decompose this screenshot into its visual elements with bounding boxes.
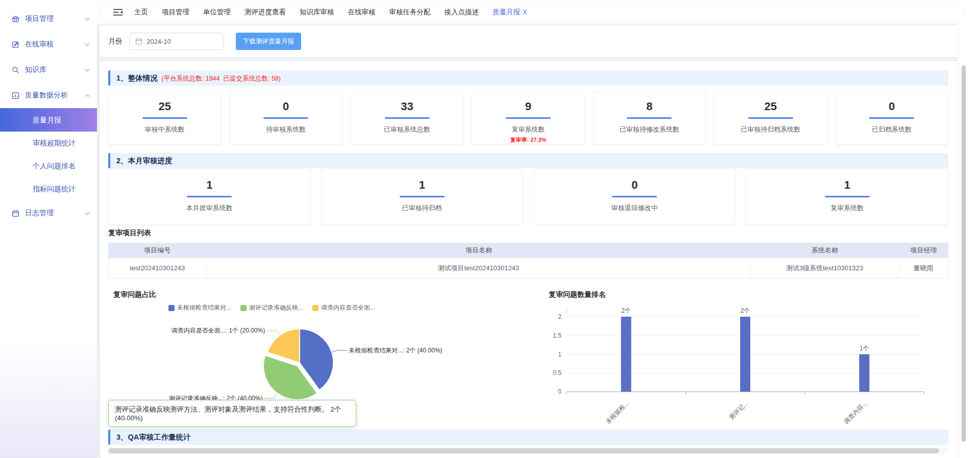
tab-project-mgmt[interactable]: 项目管理 [162,8,189,17]
cell-system-name: 测试3级系统test10301323 [751,258,899,278]
stat-label: 已审核待归档 [402,203,442,213]
close-tab-icon[interactable]: X [523,9,527,16]
section-note: (平台系统总数: 1944 已提交系统总数: 58) [162,75,281,82]
search-icon [11,66,20,74]
sidebar-item-knowledge-base[interactable]: 知识库 [0,57,97,83]
table-row[interactable]: test202410301243 测试项目test202410301243 测试… [108,258,948,278]
stat-value: 25 [765,100,777,113]
sidebar-item-project-mgmt[interactable]: 项目管理 [0,6,97,32]
chevron-down-icon [85,17,90,21]
section-title: 1、整体情况 [116,74,158,82]
svg-text:↑: ↑ [565,307,569,314]
stat-underline [748,117,793,119]
stat-underline [187,196,232,197]
sidebar-item-log-mgmt[interactable]: 日志管理 [0,200,97,226]
download-report-button[interactable]: 下载测评质量月报 [236,33,301,50]
re-review-rate: 复审率: 27.3% [510,136,547,144]
sidebar-subitem-personal-issue-rank[interactable]: 个人问题排名 [0,155,97,177]
pie-chart-title: 复审问题占比 [113,290,156,299]
tab-home[interactable]: 主页 [134,8,148,17]
sidebar-item-quality-analysis[interactable]: 质量数据分析 [0,83,97,108]
svg-text:1: 1 [558,351,561,358]
sidebar-item-label: 项目管理 [25,14,85,23]
sidebar-item-label: 知识库 [25,65,85,74]
stat-label: 复审系统数 [511,125,545,134]
legend-label: 未根据检查结果对... [177,303,231,312]
stat-card-in-review: 25 审核中系统数 [108,92,221,145]
chevron-down-icon [85,68,90,72]
cell-manager: 董晓雨 [899,258,948,278]
stat-underline [612,196,657,197]
stat-label: 已审核待修改系统数 [620,125,679,134]
stat-label: 本月提审系统数 [186,203,233,213]
svg-text:0.5: 0.5 [553,369,561,376]
horizontal-scrollbar-thumb[interactable] [108,448,939,453]
svg-text:2个: 2个 [621,307,631,314]
section-title: 3、QA审核工作量统计 [116,433,191,441]
col-header-manager: 项目经理 [899,246,948,255]
legend-item[interactable]: 调查内容是否全面... [312,303,375,312]
svg-text:测评记...: 测评记... [727,399,749,421]
sidebar-subitem-indicator-issue-stats[interactable]: 指标问题统计 [0,177,97,200]
stat-label: 已归档系统数 [872,125,912,134]
stat-underline [869,117,914,119]
stat-value: 9 [525,100,531,113]
legend-item[interactable]: 未根据检查结果对... [168,303,231,312]
bank-icon [11,15,20,23]
stat-label: 审核中系统数 [145,125,185,134]
stat-value: 1 [419,179,425,192]
review-table-title: 复审项目列表 [108,228,151,238]
tab-kb-review[interactable]: 知识库审核 [300,8,334,17]
review-project-table: 项目编号 项目名称 系统名称 项目经理 test202410301243 测试项… [108,243,948,278]
section-title: 2、本月审核进度 [116,157,173,165]
section-qa-workload-header: 3、QA审核工作量统计 [108,429,948,445]
horizontal-scrollbar-track[interactable] [108,448,948,454]
calendar-icon [135,38,142,45]
month-stat-cards: 1 本月提审系统数 1 已审核待归档 0 审核退回修改中 1 复审系统数 [108,169,948,225]
col-header-project-id: 项目编号 [108,246,207,255]
svg-text:调查内容是否全面...: 1个 (20.00%): 调查内容是否全面...: 1个 (20.00%) [171,327,265,334]
chart-icon [11,91,20,100]
tab-task-assign[interactable]: 审核任务分配 [389,8,431,17]
legend-item[interactable]: 测评记录准确反映... [240,303,303,312]
sidebar-subitem-quality-monthly-report[interactable]: 质量月报 [0,108,97,132]
tab-access-point[interactable]: 接入点描述 [445,8,479,17]
tab-progress-view[interactable]: 测评进度查看 [244,8,286,17]
stat-card-reviewed-total: 33 已审核系统总数 [351,92,463,145]
collapse-menu-icon[interactable] [113,8,123,16]
tab-quality-monthly-active[interactable]: 质量月报X [493,8,527,17]
stat-card-archived: 0 已归档系统数 [836,92,948,145]
legend-label: 测评记录准确反映... [249,303,303,312]
cell-project-name: 测试项目test202410301243 [207,258,751,278]
stat-value: 0 [283,100,289,113]
bar-chart-title: 复审问题数量排名 [549,290,606,299]
tab-unit-mgmt[interactable]: 单位管理 [203,8,231,17]
month-picker-input[interactable]: 2024-10 [130,33,224,50]
svg-text:调查内容...: 调查内容... [842,399,869,426]
stat-value: 1 [844,179,850,192]
chevron-down-icon [85,212,90,215]
legend-swatch [240,305,247,311]
stat-card-to-modify: 8 已审核待修改系统数 [593,92,706,145]
svg-text:1.5: 1.5 [553,332,561,339]
stat-underline [627,117,672,119]
svg-text:0: 0 [558,388,561,395]
stat-value: 0 [631,179,638,192]
stat-underline [400,196,445,197]
tab-online-review[interactable]: 在线审核 [348,8,376,17]
stat-card-month-to-archive: 1 已审核待归档 [321,169,524,225]
sidebar-subitem-overdue-stats[interactable]: 审核超期统计 [0,132,97,155]
month-value: 2024-10 [146,38,171,45]
bar-chart-panel: 复审问题数量排名 00.511.52↑2个未根据检...2个测评记...1个调查… [544,287,950,426]
sidebar-item-online-review[interactable]: 在线审核 [0,32,97,57]
section-month-progress-header: 2、本月审核进度 [108,153,948,168]
stat-card-re-review: 9 复审系统数 复审率: 27.3% [472,92,584,145]
cell-project-id: test202410301243 [108,258,207,278]
legend-swatch [312,305,318,311]
sidebar-item-label: 日志管理 [25,209,85,218]
filter-bar: 月份 2024-10 下载测评质量月报 [100,26,959,57]
vertical-scrollbar[interactable] [962,65,966,442]
bar-chart[interactable]: 00.511.52↑2个未根据检...2个测评记...1个调查内容... [544,287,950,426]
pie-tooltip: 测评记录准确反映测评方法、测评对象及测评结果，支持符合性判断。 2个 (40.0… [108,400,356,427]
scrollbar-gutter [958,0,980,458]
